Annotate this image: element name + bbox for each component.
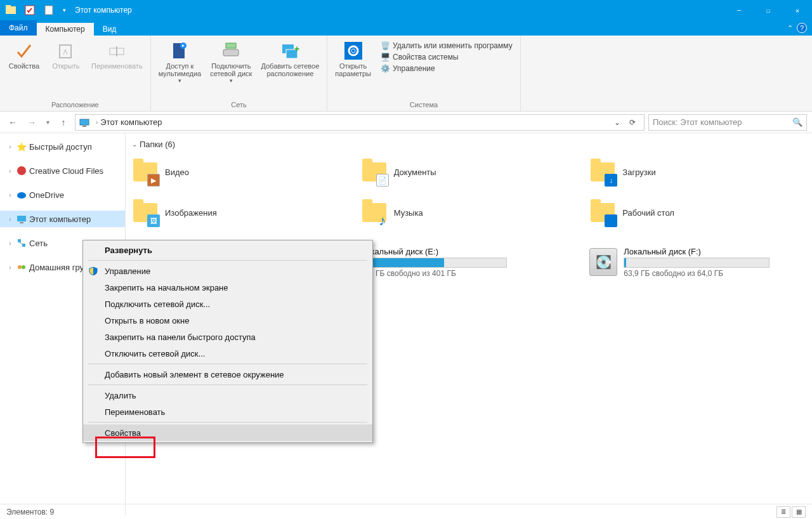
network-icon [16, 238, 27, 248]
qat-chevron-icon[interactable]: ▾ [58, 0, 70, 20]
ctx-connect-netdrive[interactable]: Подключить сетевой диск... [83, 296, 372, 312]
search-input[interactable]: Поиск: Этот компьютер 🔍 [648, 114, 807, 131]
ribbon-open-button: Открыть [47, 38, 85, 72]
breadcrumb-root[interactable]: Этот компьютер [100, 117, 162, 127]
tab-view[interactable]: Вид [94, 23, 126, 36]
nav-back-button[interactable]: ← [5, 115, 20, 130]
svg-rect-9 [223, 49, 239, 56]
svg-rect-3 [45, 6, 53, 15]
nav-forward-button: → [24, 115, 39, 130]
chevron-right-icon[interactable]: › [96, 119, 98, 126]
address-bar[interactable]: › Этот компьютер ⌄ ⟳ [75, 114, 645, 131]
cc-icon [16, 166, 27, 176]
ctx-add-net-element[interactable]: Добавить новый элемент в сетевое окружен… [83, 366, 372, 383]
tab-computer[interactable]: Компьютер [37, 23, 94, 36]
chevron-down-icon[interactable]: ⌄ [132, 141, 137, 148]
view-icons-button[interactable]: ▦ [792, 506, 806, 518]
ribbon-uninstall-button[interactable]: 🗑️ Удалить или изменить программу [380, 41, 513, 51]
folders-grid: ▶ Видео 📄 Документы ↓ Загрузки 🖼 Изображ… [132, 154, 806, 230]
folder-videos[interactable]: ▶ Видео [132, 154, 348, 190]
drive-f[interactable]: 💽 Локальный диск (F:) 63,9 ГБ свободно и… [589, 242, 806, 282]
svg-rect-18 [82, 126, 86, 127]
add-network-icon: + [280, 41, 300, 61]
folder-pictures[interactable]: 🖼 Изображения [132, 195, 348, 230]
ctx-pin-quick[interactable]: Закрепить на панели быстрого доступа [83, 329, 372, 345]
expand-icon[interactable]: › [6, 143, 14, 150]
drive-usage-bar [624, 258, 769, 268]
folder-documents[interactable]: 📄 Документы [361, 154, 577, 190]
ctx-open-new-window[interactable]: Открыть в новом окне [83, 312, 372, 329]
address-dropdown-icon[interactable]: ⌄ [610, 118, 625, 127]
monitor-icon: 🖥️ [380, 52, 390, 62]
view-details-button[interactable]: ≣ [776, 506, 790, 518]
expand-icon[interactable]: › [6, 168, 14, 174]
folder-downloads[interactable]: ↓ Загрузки [589, 154, 806, 190]
tree-onedrive[interactable]: › OneDrive [0, 187, 125, 203]
ribbon-sysprops-button[interactable]: 🖥️ Свойства системы [380, 52, 459, 62]
expand-icon[interactable]: › [6, 192, 14, 199]
document-badge-icon: 📄 [376, 174, 389, 187]
folder-music[interactable]: ♪ Музыка [361, 195, 577, 230]
ribbon-group-system: Открыть параметры 🗑️ Удалить или изменит… [327, 36, 520, 111]
ctx-delete[interactable]: Удалить [83, 387, 372, 404]
svg-text:+: + [294, 44, 299, 54]
ribbon-open-settings-button[interactable]: Открыть параметры [332, 38, 374, 80]
svg-rect-10 [226, 43, 236, 48]
ribbon-manage-button[interactable]: ⚙️ Управление [380, 63, 435, 74]
expand-icon[interactable]: › [6, 264, 14, 271]
onedrive-icon [16, 190, 27, 200]
ribbon-group-location: Свойства Открыть Переименовать Расположе… [0, 36, 151, 111]
refresh-icon[interactable]: ⟳ [625, 118, 640, 127]
ribbon-add-netloc-button[interactable]: + Добавить сетевое расположение [258, 38, 322, 80]
svg-point-19 [17, 166, 26, 175]
nav-up-button[interactable]: ↑ [56, 115, 71, 130]
search-placeholder: Поиск: Этот компьютер [653, 117, 742, 127]
ctx-rename[interactable]: Переименовать [83, 404, 372, 420]
tab-file[interactable]: Файл [0, 20, 37, 36]
svg-rect-1 [6, 5, 11, 7]
hdd-icon: 💽 [589, 248, 617, 276]
window-controls: ─ ☐ ✕ [724, 0, 812, 20]
tree-creative-cloud[interactable]: › Creative Cloud Files [0, 162, 125, 179]
minimize-button[interactable]: ─ [724, 0, 754, 20]
ctx-manage[interactable]: Управление [83, 263, 372, 279]
ctx-disconnect-netdrive[interactable]: Отключить сетевой диск... [83, 345, 372, 362]
expand-icon[interactable]: › [6, 216, 14, 223]
ribbon-system-stack: 🗑️ Удалить или изменить программу 🖥️ Сво… [377, 38, 515, 76]
maximize-button[interactable]: ☐ [754, 0, 783, 20]
svg-point-20 [17, 192, 26, 199]
ctx-expand[interactable]: Развернуть [83, 242, 372, 258]
close-button[interactable]: ✕ [783, 0, 812, 20]
network-drive-icon [221, 41, 241, 61]
ribbon-map-drive-button[interactable]: Подключить сетевой диск ▾ [207, 38, 254, 86]
help-icon[interactable]: ? [797, 23, 807, 33]
uninstall-icon: 🗑️ [380, 41, 390, 51]
ribbon-media-access-button[interactable]: Доступ к мультимедиа ▾ [156, 38, 204, 86]
pc-icon [79, 117, 89, 128]
title-bar: ▾ Этот компьютер ─ ☐ ✕ [0, 0, 812, 20]
svg-point-16 [351, 49, 355, 53]
collapse-ribbon-icon[interactable]: ⌃ [787, 24, 793, 32]
nav-recent-button[interactable]: ▾ [43, 115, 52, 130]
expand-icon[interactable]: › [6, 240, 14, 247]
ribbon-properties-button[interactable]: Свойства [5, 38, 43, 72]
drive-e[interactable]: Локальный диск (E:) 171 ГБ свободно из 4… [361, 242, 577, 282]
svg-rect-21 [17, 216, 26, 221]
ctx-pin-start[interactable]: Закрепить на начальном экране [83, 279, 372, 296]
tree-this-pc[interactable]: › Этот компьютер [0, 211, 125, 227]
svg-rect-22 [20, 222, 23, 223]
tree-quick-access[interactable]: › ⭐ Быстрый доступ [0, 138, 125, 155]
qat-dropdown-icon[interactable] [39, 0, 58, 20]
open-icon [56, 41, 76, 61]
address-row: ← → ▾ ↑ › Этот компьютер ⌄ ⟳ Поиск: Этот… [0, 112, 812, 133]
explorer-icon [1, 0, 20, 20]
status-bar: Элементов: 9 ≣ ▦ [0, 504, 812, 519]
qat-properties-icon[interactable] [20, 0, 39, 20]
svg-rect-17 [80, 119, 89, 125]
search-icon[interactable]: 🔍 [792, 117, 802, 127]
group-header-folders[interactable]: ⌄ Папки (6) [132, 140, 806, 149]
folder-desktop[interactable]: Рабочий стол [589, 195, 806, 230]
ctx-properties[interactable]: Свойства [83, 424, 372, 441]
checkmark-icon [14, 41, 34, 61]
ribbon-rename-button: Переименовать [89, 38, 145, 72]
